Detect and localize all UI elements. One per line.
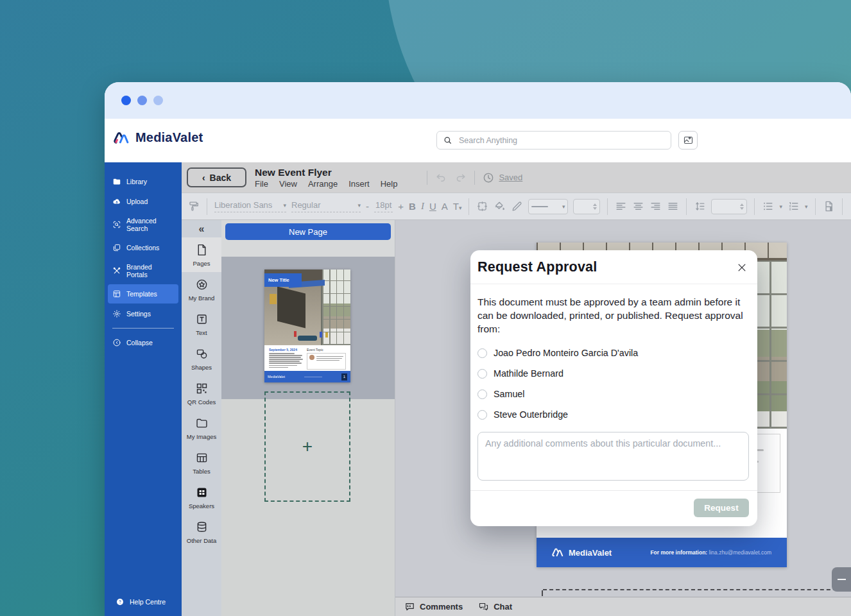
- menu-help[interactable]: Help: [381, 179, 398, 189]
- font-family-dropdown[interactable]: Liberation Sans ▾: [214, 200, 286, 212]
- advanced-search-icon: [112, 220, 121, 229]
- screen: MediaValet Library Upload: [0, 0, 851, 616]
- tool-pages[interactable]: Pages: [182, 237, 221, 272]
- sidebar-item-settings[interactable]: Settings: [108, 304, 178, 323]
- sidebar-divider: [112, 328, 174, 329]
- font-size-increase-button[interactable]: +: [398, 201, 404, 212]
- sidebar-item-branded-portals[interactable]: Branded Portals: [108, 258, 178, 284]
- minus-icon: [838, 579, 846, 580]
- new-page-button[interactable]: New Page: [225, 223, 391, 240]
- sidebar-item-label: Collapse: [126, 339, 153, 346]
- image-search-icon: [683, 135, 694, 146]
- page-thumbnail-1[interactable]: New Title September 5, 2024: [264, 270, 350, 382]
- tool-tables[interactable]: Tables: [182, 445, 221, 480]
- topbar-divider: [427, 171, 427, 185]
- approver-option-3[interactable]: Samuel: [477, 384, 748, 404]
- align-left-icon[interactable]: [615, 200, 627, 212]
- redo-icon[interactable]: [454, 171, 467, 184]
- menu-insert[interactable]: Insert: [348, 179, 370, 189]
- border-style-dropdown[interactable]: ▾: [528, 199, 568, 214]
- tool-my-images[interactable]: My Images: [182, 411, 221, 445]
- menu-file[interactable]: File: [255, 179, 268, 189]
- folder-icon: [112, 177, 121, 186]
- mediavalet-logo-mark-white: [552, 547, 565, 558]
- border-color-pencil-icon[interactable]: [511, 200, 523, 212]
- toolbar-divider: [754, 198, 755, 215]
- sidebar-item-templates[interactable]: Templates: [108, 284, 178, 304]
- modal-close-button[interactable]: [736, 262, 748, 273]
- tool-qr-codes[interactable]: QR Codes: [182, 376, 221, 411]
- menu-arrange[interactable]: Arrange: [308, 179, 338, 189]
- underline-button[interactable]: U: [429, 201, 436, 212]
- align-right-icon[interactable]: [649, 200, 662, 212]
- global-search[interactable]: [436, 131, 671, 150]
- radio-icon[interactable]: [477, 369, 487, 379]
- help-centre-button[interactable]: Help Centre: [111, 592, 175, 612]
- radio-icon[interactable]: [477, 389, 487, 399]
- text-color-button[interactable]: A: [442, 201, 448, 212]
- comments-tab[interactable]: Comments: [404, 601, 463, 612]
- save-status[interactable]: Saved: [482, 171, 522, 184]
- chevron-down-icon[interactable]: ▾: [779, 203, 782, 210]
- italic-button[interactable]: I: [421, 201, 424, 212]
- sidebar-item-upload[interactable]: Upload: [108, 192, 178, 211]
- request-button[interactable]: Request: [694, 499, 749, 517]
- document-footer: MediaValet For more information: lina.zh…: [537, 538, 787, 567]
- undo-icon[interactable]: [434, 171, 447, 184]
- panel-collapse-handle[interactable]: [832, 567, 851, 592]
- tool-other-data[interactable]: Other Data: [182, 515, 221, 549]
- tool-label: My Brand: [189, 295, 215, 302]
- tool-shapes[interactable]: Shapes: [182, 341, 221, 376]
- radio-icon[interactable]: [477, 348, 487, 358]
- back-button[interactable]: ‹ Back: [187, 167, 246, 187]
- page-break-icon[interactable]: [823, 200, 835, 212]
- sidebar-collapse-button[interactable]: Collapse: [108, 333, 178, 352]
- brand-badge-icon: [195, 278, 209, 291]
- back-chevron-icon: ‹: [202, 173, 205, 183]
- chevron-down-icon[interactable]: ▾: [805, 203, 808, 210]
- text-style-button[interactable]: T▾: [453, 201, 462, 212]
- font-size-value[interactable]: 18pt: [374, 200, 393, 212]
- sidebar-item-library[interactable]: Library: [108, 172, 178, 191]
- document-footer-info: For more information: lina.zhu@mediavale…: [650, 549, 771, 556]
- numbered-list-icon[interactable]: [787, 200, 800, 212]
- toolbar-divider: [842, 198, 843, 215]
- approver-option-2[interactable]: Mathilde Bernard: [477, 363, 748, 384]
- align-justify-icon[interactable]: [667, 200, 679, 212]
- request-approval-modal: Request Approval This document must be a…: [470, 250, 757, 526]
- approver-option-4[interactable]: Steve Outerbridge: [477, 404, 748, 425]
- approval-comment-input[interactable]: [477, 432, 749, 481]
- chat-tab[interactable]: Chat: [478, 601, 512, 612]
- line-spacing-icon[interactable]: [694, 200, 706, 212]
- paint-format-icon[interactable]: [187, 200, 200, 212]
- tool-text[interactable]: Text: [182, 307, 221, 341]
- chevron-down-icon: ▾: [357, 202, 361, 209]
- chat-tab-label: Chat: [494, 602, 512, 612]
- radio-icon[interactable]: [477, 410, 487, 420]
- sidebar-item-collections[interactable]: Collections: [108, 238, 178, 257]
- fill-color-icon[interactable]: [494, 200, 506, 212]
- font-size-decrease-button[interactable]: -: [366, 201, 369, 212]
- chat-bubbles-icon: [478, 601, 489, 612]
- line-spacing-stepper[interactable]: [711, 199, 747, 214]
- approver-option-1[interactable]: Joao Pedro Monteiro Garcia D'avila: [477, 343, 748, 363]
- menu-view[interactable]: View: [279, 179, 297, 189]
- rail-collapse-button[interactable]: «: [199, 223, 205, 235]
- font-weight-dropdown[interactable]: Regular ▾: [291, 200, 361, 212]
- tool-speakers[interactable]: Speakers: [182, 480, 221, 515]
- close-icon: [736, 262, 748, 273]
- image-search-button[interactable]: [678, 131, 698, 150]
- bullet-list-icon[interactable]: [762, 200, 774, 212]
- border-weight-stepper[interactable]: [573, 199, 600, 214]
- add-page-dropzone[interactable]: +: [264, 391, 350, 502]
- tool-my-brand[interactable]: My Brand: [182, 272, 221, 307]
- mediavalet-logo-mark: [114, 131, 131, 145]
- bold-button[interactable]: B: [409, 201, 416, 212]
- sidebar-item-advanced-search[interactable]: Advanced Search: [108, 212, 178, 237]
- thumbnail-topic: Event Topic: [307, 348, 346, 352]
- border-box-icon[interactable]: [476, 200, 488, 212]
- align-center-icon[interactable]: [632, 200, 644, 212]
- table-icon: [195, 451, 209, 465]
- document-canvas[interactable]: MediaValet For more information: lina.zh…: [395, 220, 851, 597]
- search-input[interactable]: [458, 135, 665, 146]
